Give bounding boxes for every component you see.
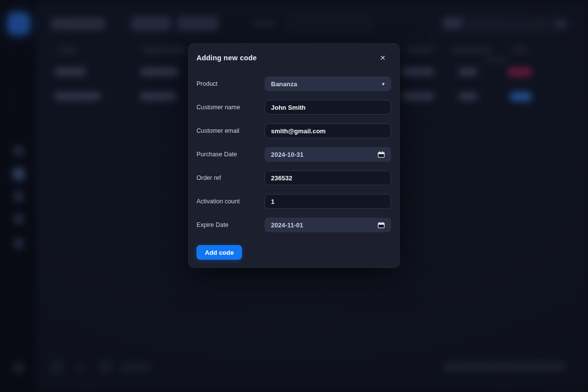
order-ref-field-box (265, 171, 391, 185)
expire-date-picker[interactable]: 2024-11-01 (265, 218, 391, 232)
field-label: Purchase Date (196, 151, 265, 158)
field-label: Product (196, 80, 265, 87)
field-row-expire-date: Expire Date 2024-11-01 (196, 218, 392, 232)
customer-email-field-box (265, 123, 391, 138)
field-label: Customer email (196, 127, 265, 134)
field-row-activation-count: Activation count (196, 194, 392, 209)
field-label: Activation count (196, 198, 265, 205)
modal-header: Adding new code ✕ (196, 53, 392, 63)
field-row-order-ref: Order ref (196, 171, 392, 185)
modal-title: Adding new code (196, 53, 257, 63)
add-code-modal: Adding new code ✕ Product Bananza ▾ Cust… (188, 43, 400, 268)
customer-name-input[interactable] (271, 104, 385, 111)
calendar-icon (378, 222, 385, 228)
field-row-purchase-date: Purchase Date 2024-10-31 (196, 147, 392, 162)
close-icon[interactable]: ✕ (378, 53, 388, 63)
customer-email-input[interactable] (271, 127, 385, 135)
product-select[interactable]: Bananza ▾ (265, 76, 391, 91)
calendar-icon (378, 151, 385, 158)
field-label: Order ref (196, 174, 265, 181)
field-label: Expire Date (196, 221, 265, 228)
activation-count-input[interactable] (271, 198, 385, 205)
field-row-customer-name: Customer name (196, 100, 392, 115)
field-row-customer-email: Customer email (196, 123, 392, 138)
modal-form: Product Bananza ▾ Customer name Customer… (196, 76, 392, 260)
chevron-down-icon: ▾ (382, 81, 385, 87)
customer-name-field-box (265, 100, 391, 115)
purchase-date-value: 2024-10-31 (271, 151, 304, 158)
field-label: Customer name (196, 104, 265, 111)
field-row-product: Product Bananza ▾ (196, 76, 392, 91)
expire-date-value: 2024-11-01 (271, 221, 303, 229)
purchase-date-picker[interactable]: 2024-10-31 (265, 147, 391, 162)
activation-count-field-box (265, 194, 391, 209)
add-code-button[interactable]: Add code (196, 245, 242, 260)
order-ref-input[interactable] (271, 174, 385, 182)
product-select-value: Bananza (271, 80, 297, 88)
